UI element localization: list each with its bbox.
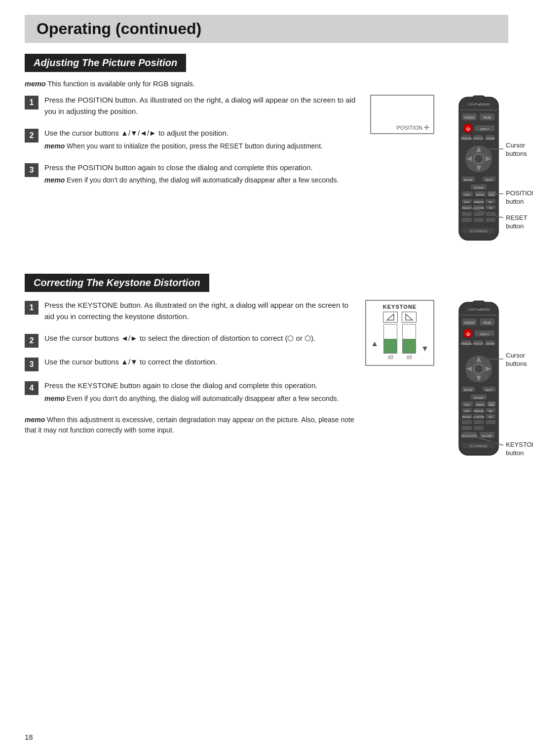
callout-cursor-label: Cursor <box>506 142 527 150</box>
svg-text:ID CHANGE: ID CHANGE <box>470 444 488 448</box>
svg-text:VIDEO: VIDEO <box>464 321 475 324</box>
position-label: POSITION ✛ <box>396 124 429 131</box>
step1-text: Press the POSITION button. As illustrate… <box>44 95 360 117</box>
keystone-bar-left-wrap: ±0 <box>383 324 397 360</box>
keystone-bar-left-inner <box>384 339 397 353</box>
ks-step3-content: Use the cursor buttons ▲/▼ to correct th… <box>44 357 355 370</box>
svg-rect-65 <box>460 315 497 316</box>
svg-rect-115 <box>462 426 472 430</box>
svg-text:FOCUS: FOCUS <box>473 137 484 140</box>
section2-steps: 1 Press the KEYSTONE button. As illustra… <box>25 300 355 439</box>
step2-content: Use the cursor buttons ▲/▼/◄/► to adjust… <box>44 128 360 153</box>
svg-rect-114 <box>486 420 495 424</box>
svg-rect-116 <box>474 426 484 430</box>
svg-text:BK: BK <box>489 410 493 413</box>
page-title: Operating (continued) <box>37 20 496 38</box>
keystone-bar-right-inner <box>403 339 416 353</box>
callout-cursor2-label: Cursor <box>506 352 527 360</box>
svg-text:FOCUS: FOCUS <box>473 342 484 345</box>
svg-text:FREEZE: FREEZE <box>460 342 472 345</box>
ks-step1-text: Press the KEYSTONE button. As illustrate… <box>44 300 355 322</box>
step1-content: Press the POSITION button. As illustrate… <box>44 95 360 119</box>
ks-step4-item: 4 Press the KEYSTONE button again to clo… <box>25 380 355 406</box>
svg-text:⏻: ⏻ <box>466 332 470 336</box>
callout-position-sublabel: button <box>506 198 533 206</box>
svg-rect-55 <box>462 218 472 222</box>
page-number: 18 <box>25 733 33 741</box>
section-adjusting: Adjusting The Picture Position memo This… <box>25 54 508 259</box>
ks-step3-text: Use the cursor buttons ▲/▼ to correct th… <box>44 357 355 368</box>
callout-position-label: POSITION <box>506 189 533 198</box>
keystone-icon-right <box>402 312 417 323</box>
step3-content: Press the POSITION button again to close… <box>44 162 360 188</box>
keystone-dialog-title: KEYSTONE <box>383 304 417 310</box>
svg-text:ZOOM: ZOOM <box>486 137 495 140</box>
svg-text:MOVIE: MOVIE <box>464 389 473 392</box>
section1-steps: 1 Press the POSITION button. As illustra… <box>25 95 360 196</box>
position-icon: ✛ <box>424 124 429 131</box>
step2-memo: memo When you want to initialize the pos… <box>44 141 360 151</box>
step3-item: 3 Press the POSITION button again to clo… <box>25 162 360 188</box>
section2-title: Correcting The Keystone Distortion <box>25 274 209 292</box>
svg-text:FREEZE: FREEZE <box>473 201 484 204</box>
svg-text:RGB: RGB <box>483 321 491 324</box>
ks-step1-content: Press the KEYSTONE button. As illustrate… <box>44 300 355 324</box>
ks-step1-num: 1 <box>25 301 38 315</box>
svg-text:LIGHT●BEAM: LIGHT●BEAM <box>468 308 490 311</box>
svg-text:MENU: MENU <box>476 193 484 196</box>
position-dialog-box: POSITION ✛ <box>370 95 434 134</box>
svg-text:VIDEO: VIDEO <box>464 116 475 119</box>
arrow-up: ▲ <box>371 339 379 348</box>
callout-reset-1: RESET button <box>506 214 527 231</box>
ks-step3-item: 3 Use the cursor buttons ▲/▼ to correct … <box>25 357 355 371</box>
svg-text:D.ZOOM: D.ZOOM <box>473 416 484 419</box>
svg-rect-113 <box>474 420 484 424</box>
keystone-dialog-box: KEYSTONE <box>365 300 434 366</box>
page: Operating (continued) Adjusting The Pict… <box>0 0 533 756</box>
keystone-bar-right-wrap: ±0 <box>402 324 416 360</box>
memo-label-4: memo <box>44 395 65 402</box>
remote-area-1: LIGHT●BEAM VIDEO RGB ⏻ INPUT <box>449 95 508 254</box>
step2-text: Use the cursor buttons ▲/▼/◄/► to adjust… <box>44 128 360 139</box>
section2-diagram: KEYSTONE <box>365 300 508 474</box>
memo-label-5: memo <box>25 416 45 424</box>
step1-num: 1 <box>25 96 38 109</box>
svg-text:BLANK: BLANK <box>482 434 492 437</box>
svg-text:NEXT: NEXT <box>486 389 493 392</box>
step1-item: 1 Press the POSITION button. As illustra… <box>25 95 360 119</box>
keystone-icon-row <box>383 312 417 323</box>
ks-step4-num: 4 <box>25 381 38 395</box>
svg-marker-61 <box>406 314 413 320</box>
svg-rect-57 <box>486 218 495 222</box>
svg-text:ZOOM: ZOOM <box>486 342 495 345</box>
keystone-icon-left <box>383 312 398 323</box>
callout-keystone-sublabel: button <box>506 449 533 458</box>
callout-position-1: POSITION button <box>506 189 533 206</box>
svg-rect-2 <box>460 109 497 110</box>
svg-rect-52 <box>462 212 472 216</box>
callout-reset-label: RESET <box>506 214 527 222</box>
ks-step2-num: 2 <box>25 334 38 348</box>
section1-diagram: POSITION ✛ <box>370 95 508 259</box>
svg-text:RESET: RESET <box>462 416 472 419</box>
keystone-bars: ±0 ±0 <box>383 325 416 360</box>
svg-text:OK: OK <box>489 416 493 419</box>
remote-svg-1: LIGHT●BEAM VIDEO RGB ⏻ INPUT <box>449 95 508 252</box>
keystone-dialog-area: KEYSTONE <box>365 300 508 469</box>
remote-svg-2: LIGHT●BEAM VIDEO RGB ⏻ INPUT <box>449 300 508 468</box>
ks-step2-content: Use the cursor buttons ◄/► to select the… <box>44 333 355 346</box>
ks-step3-num: 3 <box>25 358 38 371</box>
svg-text:⏻: ⏻ <box>466 127 470 131</box>
remote-area-2: LIGHT●BEAM VIDEO RGB ⏻ INPUT <box>449 300 508 469</box>
keystone-bar-right-outer <box>402 324 416 354</box>
svg-text:FREEZE: FREEZE <box>460 137 472 140</box>
callout-cursor-2: Cursor buttons <box>506 352 527 368</box>
svg-point-86 <box>475 365 483 373</box>
svg-text:ROAM: ROAM <box>474 396 483 399</box>
keystone-bar-left-outer <box>383 324 397 354</box>
svg-text:ROAM: ROAM <box>474 186 483 189</box>
svg-text:LIGHT●BEAM: LIGHT●BEAM <box>468 103 490 106</box>
callout-keystone-label: KEYSTONE <box>506 441 533 449</box>
memo-label-2: memo <box>44 142 65 150</box>
memo-label-1: memo <box>25 80 46 88</box>
